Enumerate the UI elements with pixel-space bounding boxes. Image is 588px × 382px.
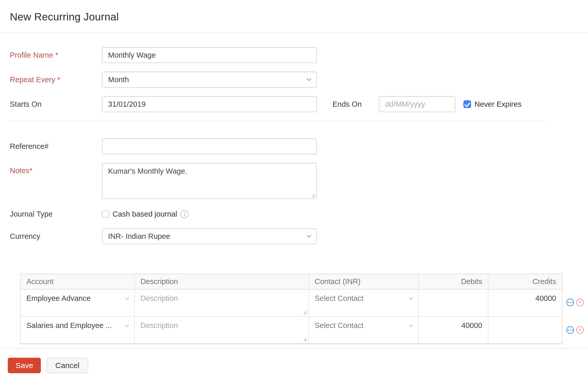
notes-field-wrap: Kumar's Monthly Wage.	[102, 163, 317, 199]
starts-on-label: Starts On	[10, 100, 102, 109]
reference-row: Reference#	[10, 138, 588, 154]
save-button[interactable]: Save	[8, 358, 41, 373]
currency-row: Currency INR- Indian Rupee	[10, 228, 588, 244]
starts-on-input[interactable]	[102, 96, 317, 112]
col-header-credits: Credits	[488, 274, 562, 289]
col-header-debits: Debits	[418, 274, 488, 289]
description-placeholder: Description	[140, 321, 178, 330]
info-icon[interactable]: i	[180, 210, 189, 218]
table-row: Employee Advance Description Select Cont…	[21, 289, 562, 317]
never-expires-checkbox[interactable]	[463, 100, 471, 108]
repeat-every-value: Month	[108, 75, 129, 84]
notes-textarea[interactable]: Kumar's Monthly Wage.	[102, 163, 317, 199]
resize-grip-icon[interactable]	[303, 310, 307, 314]
reference-label: Reference#	[10, 142, 102, 151]
col-header-contact: Contact (INR)	[308, 274, 418, 289]
resize-grip-icon[interactable]	[303, 337, 307, 341]
row-options-icon[interactable]	[566, 326, 574, 334]
journal-type-label: Journal Type	[10, 210, 102, 218]
form-footer: Save Cancel	[0, 349, 588, 382]
profile-name-row: Profile Name *	[10, 47, 588, 63]
journal-lines-table: Account Description Contact (INR) Debits…	[20, 274, 562, 344]
debits-cell[interactable]: 40000	[418, 317, 488, 344]
account-value: Employee Advance	[26, 294, 91, 303]
row-options-icon[interactable]	[566, 299, 574, 306]
chevron-down-icon	[125, 323, 129, 327]
chevron-down-icon	[306, 233, 311, 238]
notes-label: Notes*	[10, 163, 102, 175]
credits-cell[interactable]: 40000	[488, 289, 562, 317]
ellipsis-icon	[568, 330, 573, 331]
journal-type-row: Journal Type Cash based journal i	[10, 209, 588, 219]
currency-label: Currency	[10, 232, 102, 241]
cash-based-journal-label: Cash based journal	[112, 210, 177, 218]
description-placeholder: Description	[140, 294, 178, 302]
repeat-every-row: Repeat Every * Month	[10, 72, 588, 88]
contact-cell: Select Contact	[308, 289, 418, 317]
credits-cell[interactable]	[488, 317, 562, 344]
dates-row: Starts On Ends On Never Expires	[10, 96, 588, 112]
currency-select[interactable]: INR- Indian Rupee	[102, 228, 317, 244]
recurring-journal-form: Profile Name * Repeat Every * Month Star…	[0, 33, 588, 344]
delete-row-icon[interactable]: ×	[576, 299, 584, 306]
contact-cell: Select Contact	[308, 317, 418, 344]
col-header-description: Description	[134, 274, 308, 289]
cancel-button[interactable]: Cancel	[47, 358, 88, 373]
currency-value: INR- Indian Rupee	[108, 232, 170, 241]
table-row: Salaries and Employee ... Description Se…	[21, 317, 562, 344]
chevron-down-icon	[409, 323, 413, 327]
ends-on-label: Ends On	[333, 100, 379, 109]
debits-cell[interactable]	[418, 289, 488, 317]
cash-based-journal-checkbox[interactable]	[102, 210, 109, 218]
row-actions: ×	[566, 326, 584, 334]
description-cell[interactable]: Description	[134, 317, 308, 344]
col-header-account: Account	[21, 274, 134, 289]
description-cell[interactable]: Description	[134, 289, 308, 317]
account-select[interactable]: Employee Advance	[26, 294, 129, 303]
page-title: New Recurring Journal	[10, 11, 588, 23]
contact-select[interactable]: Select Contact	[315, 294, 412, 303]
account-value: Salaries and Employee ...	[26, 321, 112, 330]
row-actions: ×	[566, 299, 584, 306]
journal-lines-table-area: Account Description Contact (INR) Debits…	[20, 274, 588, 344]
ends-on-input[interactable]	[379, 96, 455, 112]
account-cell: Salaries and Employee ...	[21, 317, 134, 344]
page-header: New Recurring Journal	[0, 0, 588, 33]
profile-name-input[interactable]	[102, 47, 317, 63]
account-cell: Employee Advance	[21, 289, 134, 317]
never-expires-label: Never Expires	[474, 100, 522, 109]
notes-row: Notes* Kumar's Monthly Wage.	[10, 163, 588, 199]
repeat-every-label: Repeat Every *	[10, 75, 102, 84]
repeat-every-select[interactable]: Month	[102, 72, 317, 88]
chevron-down-icon	[306, 76, 311, 81]
chevron-down-icon	[409, 296, 413, 300]
account-select[interactable]: Salaries and Employee ...	[26, 321, 129, 330]
table-header-row: Account Description Contact (INR) Debits…	[21, 274, 562, 289]
contact-placeholder: Select Contact	[315, 321, 364, 330]
chevron-down-icon	[125, 296, 129, 300]
new-recurring-journal-page: New Recurring Journal Profile Name * Rep…	[0, 0, 588, 382]
profile-name-label: Profile Name *	[10, 51, 102, 59]
contact-select[interactable]: Select Contact	[315, 321, 412, 330]
reference-input[interactable]	[102, 138, 317, 154]
delete-row-icon[interactable]: ×	[576, 326, 584, 334]
section-divider	[10, 121, 546, 121]
contact-placeholder: Select Contact	[315, 294, 364, 303]
ellipsis-icon	[568, 302, 573, 303]
